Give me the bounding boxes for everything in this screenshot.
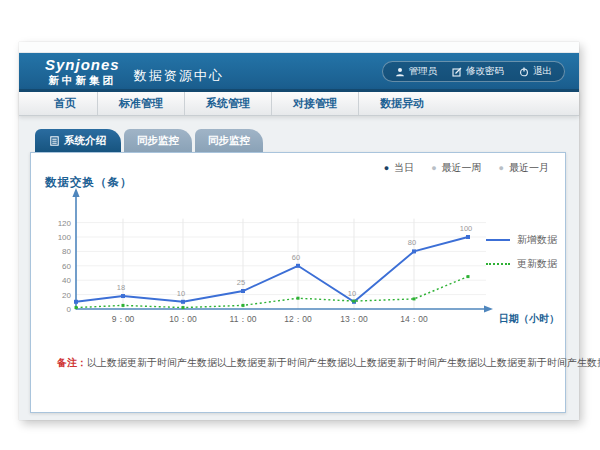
power-icon: [519, 67, 529, 77]
series-line-1: [76, 277, 468, 308]
tab-label: 同步监控: [137, 134, 179, 148]
content-area: 系统介绍同步监控同步监控 ●当日●最近一周●最近一月 数据交换（条） 02040…: [19, 129, 579, 413]
point-marker: [74, 300, 78, 304]
footnote: 备注：以上数据更新于时间产生数据以上数据更新于时间产生数据以上数据更新于时间产生…: [57, 356, 600, 370]
x-tick-label: 11：00: [230, 314, 257, 324]
x-tick-label: 9：00: [112, 314, 135, 324]
user-icon: [395, 67, 405, 77]
logout-label: 退出: [533, 65, 552, 78]
point-marker: [297, 297, 300, 300]
edit-icon: [452, 67, 462, 77]
tab-label: 系统介绍: [64, 134, 106, 148]
logout-button[interactable]: 退出: [519, 65, 552, 78]
chart-x-axis-title: 日期（小时）: [499, 313, 559, 324]
point-marker: [241, 289, 245, 293]
nav-item-0[interactable]: 首页: [33, 92, 97, 115]
y-tick-label: 120: [58, 219, 72, 228]
footnote-text: 以上数据更新于时间产生数据以上数据更新于时间产生数据以上数据更新于时间产生数据以…: [87, 357, 600, 368]
time-range-label: 最近一周: [442, 161, 482, 175]
radio-unselected-icon: ●: [499, 164, 504, 173]
nav-item-3[interactable]: 对接管理: [271, 92, 358, 115]
point-marker: [122, 304, 125, 307]
y-tick-label: 40: [62, 276, 71, 285]
time-range-label: 最近一月: [509, 161, 549, 175]
point-label: 60: [292, 253, 300, 262]
y-tick-label: 0: [67, 305, 72, 314]
point-marker: [353, 300, 356, 303]
portal-page: Synjones 新中新集团 数据资源中心 管理员 修改密码 退出: [19, 42, 579, 420]
nav-item-4[interactable]: 数据异动: [358, 92, 445, 115]
point-marker: [181, 300, 185, 304]
legend-item-1: 更新数据: [486, 257, 557, 271]
logo-wordmark: Synjones: [45, 57, 120, 72]
legend-label: 更新数据: [517, 257, 557, 271]
time-range-option-1[interactable]: ●最近一周: [431, 161, 481, 175]
company-logo: Synjones 新中新集团: [45, 57, 120, 86]
main-nav: 首页标准管理系统管理对接管理数据异动: [19, 89, 579, 116]
user-toolbar: 管理员 修改密码 退出: [382, 61, 566, 82]
legend-label: 新增数据: [517, 233, 557, 247]
x-tick-label: 12：00: [284, 314, 312, 324]
time-range-label: 当日: [394, 161, 414, 175]
point-label: 25: [237, 278, 245, 287]
y-tick-label: 20: [62, 291, 71, 300]
logo-company-name: 新中新集团: [45, 75, 120, 86]
point-label: 10: [177, 289, 185, 298]
y-tick-label: 60: [62, 262, 71, 271]
point-marker: [75, 306, 78, 309]
point-label: 10: [348, 289, 356, 298]
x-axis-arrow: [484, 305, 493, 312]
nav-item-2[interactable]: 系统管理: [184, 92, 271, 115]
point-marker: [466, 235, 470, 239]
change-password-button[interactable]: 修改密码: [452, 65, 504, 78]
page-title: 数据资源中心: [134, 67, 224, 85]
chart-panel: ●当日●最近一周●最近一月 数据交换（条） 0204060801001209：0…: [30, 152, 566, 413]
tab-label: 同步监控: [208, 134, 250, 148]
tab-1[interactable]: 同步监控: [124, 129, 192, 152]
y-tick-label: 100: [58, 233, 72, 242]
chart-legend: 新增数据更新数据: [486, 233, 557, 271]
browser-top-strip: [19, 42, 579, 53]
radio-selected-icon: ●: [384, 164, 389, 173]
legend-item-0: 新增数据: [486, 233, 557, 247]
tab-0[interactable]: 系统介绍: [35, 129, 121, 152]
document-icon: [50, 136, 59, 146]
app-header: Synjones 新中新集团 数据资源中心 管理员 修改密码 退出: [19, 53, 579, 89]
tab-2[interactable]: 同步监控: [195, 129, 263, 152]
y-tick-label: 80: [62, 247, 71, 256]
point-marker: [242, 304, 245, 307]
time-range-filter: ●当日●最近一周●最近一月: [384, 161, 549, 175]
current-user[interactable]: 管理员: [395, 65, 438, 78]
footnote-prefix: 备注：: [57, 357, 87, 368]
x-tick-label: 14：00: [400, 314, 428, 324]
change-password-label: 修改密码: [466, 65, 504, 78]
point-marker: [413, 297, 416, 300]
time-range-option-2[interactable]: ●最近一月: [499, 161, 549, 175]
point-label: 18: [117, 283, 125, 292]
point-marker: [296, 264, 300, 268]
radio-unselected-icon: ●: [431, 164, 436, 173]
x-tick-label: 13：00: [340, 314, 368, 324]
point-marker: [467, 275, 470, 278]
point-marker: [121, 294, 125, 298]
point-marker: [182, 306, 185, 309]
x-tick-label: 10：00: [169, 314, 197, 324]
time-range-option-0[interactable]: ●当日: [384, 161, 414, 175]
point-marker: [412, 249, 416, 253]
legend-line-swatch: [486, 263, 510, 265]
y-axis-arrow: [72, 188, 79, 197]
current-user-label: 管理员: [409, 65, 438, 78]
tab-bar: 系统介绍同步监控同步监控: [35, 129, 579, 152]
legend-line-swatch: [486, 239, 510, 241]
point-label: 80: [408, 238, 416, 247]
point-label: 100: [460, 224, 473, 233]
nav-item-1[interactable]: 标准管理: [97, 92, 184, 115]
